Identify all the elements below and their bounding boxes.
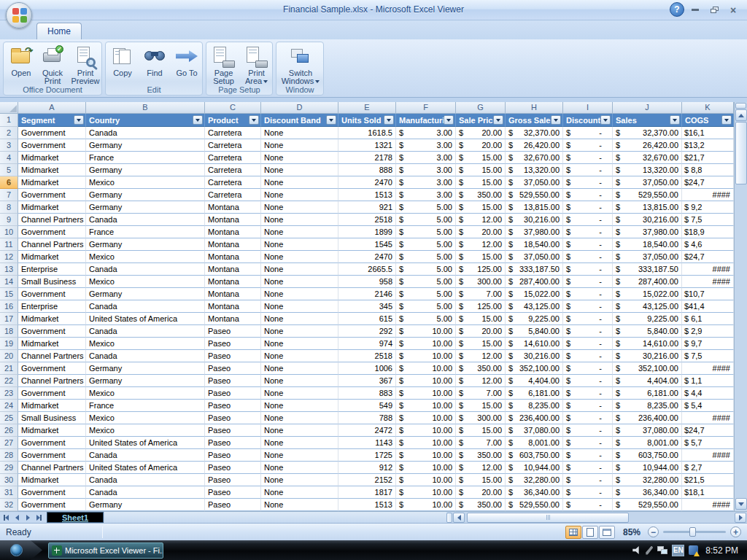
normal-view-button[interactable] (565, 526, 581, 539)
cell[interactable]: None (261, 362, 338, 375)
cell[interactable]: $10,7 (682, 288, 734, 300)
cell[interactable]: $333,187.50 (506, 263, 563, 276)
cell[interactable]: None (261, 251, 338, 263)
cell[interactable]: $14,610.00 (506, 338, 563, 350)
cell[interactable]: None (261, 424, 338, 437)
cell[interactable]: $15.00 (456, 251, 506, 263)
filter-dropdown-button[interactable] (193, 115, 203, 125)
cell[interactable]: Mexico (86, 338, 205, 350)
cell[interactable]: 788 (338, 412, 396, 424)
zoom-slider-thumb[interactable] (689, 527, 696, 537)
cell[interactable]: None (261, 325, 338, 338)
cell[interactable]: 912 (338, 462, 396, 474)
cell[interactable]: Germany (86, 362, 205, 375)
cell[interactable]: $5.00 (396, 226, 456, 238)
cell[interactable]: Germany (86, 499, 205, 511)
cell[interactable]: Channel Partners (18, 375, 86, 387)
stylus-icon[interactable] (646, 546, 653, 555)
cell[interactable]: $- (563, 313, 613, 325)
cell[interactable]: $26,420.00 (506, 139, 563, 152)
zoom-in-button[interactable]: + (730, 526, 741, 537)
cell[interactable]: $7.00 (456, 437, 506, 449)
cell[interactable]: Enterprise (18, 300, 86, 313)
row-header[interactable]: 28 (0, 449, 18, 462)
cell[interactable]: None (261, 387, 338, 400)
cell[interactable]: 1006 (338, 362, 396, 375)
cell[interactable]: None (261, 152, 338, 164)
cell[interactable]: Paseo (205, 400, 261, 412)
cell[interactable]: Canada (86, 263, 205, 276)
cell[interactable]: France (86, 226, 205, 238)
cell[interactable]: $37,980.00 (506, 226, 563, 238)
cell[interactable]: $125.00 (456, 263, 506, 276)
cell[interactable]: None (261, 400, 338, 412)
scroll-right-button[interactable] (735, 513, 746, 523)
cell[interactable]: $236,400.00 (506, 412, 563, 424)
cell[interactable]: $ 2,9 (682, 325, 734, 338)
table-header-cell[interactable]: Product (205, 114, 261, 127)
cell[interactable]: $350.00 (456, 499, 506, 511)
cell[interactable]: $15.00 (456, 201, 506, 214)
cell[interactable]: Mexico (86, 176, 205, 189)
minimize-button[interactable] (686, 4, 705, 16)
cell[interactable]: $- (563, 276, 613, 288)
split-handle[interactable] (446, 513, 452, 523)
cell[interactable]: $4,404.00 (613, 375, 682, 387)
cell[interactable]: $- (563, 201, 613, 214)
row-header[interactable]: 27 (0, 437, 18, 449)
cell[interactable]: $10,944.00 (613, 462, 682, 474)
column-header[interactable]: H (506, 102, 563, 114)
cell[interactable]: Government (18, 226, 86, 238)
cell[interactable]: $37,050.00 (506, 251, 563, 263)
cell[interactable]: Montana (205, 251, 261, 263)
cell[interactable]: 1513 (338, 189, 396, 201)
column-header[interactable]: C (205, 102, 261, 114)
cell[interactable]: Carretera (205, 152, 261, 164)
office-button[interactable] (6, 2, 32, 28)
quick-print-button[interactable]: ✓ Quick Print (36, 45, 69, 85)
cell[interactable]: Mexico (86, 251, 205, 263)
cell[interactable]: 1618.5 (338, 127, 396, 139)
cell[interactable]: $30,216.00 (506, 350, 563, 362)
cell[interactable]: Paseo (205, 437, 261, 449)
cell[interactable]: $529,550.00 (613, 189, 682, 201)
cell[interactable]: Germany (86, 164, 205, 176)
cell[interactable]: France (86, 152, 205, 164)
cell[interactable]: $15.00 (456, 164, 506, 176)
cell[interactable]: $5.00 (396, 263, 456, 276)
row-header[interactable]: 31 (0, 486, 18, 499)
cell[interactable]: Montana (205, 201, 261, 214)
horizontal-scroll-thumb[interactable] (467, 513, 629, 523)
cell[interactable]: $125.00 (456, 300, 506, 313)
cell[interactable]: $10.00 (396, 424, 456, 437)
cell[interactable]: None (261, 338, 338, 350)
cell[interactable]: 2152 (338, 474, 396, 486)
cell[interactable]: $5.00 (396, 238, 456, 251)
cell[interactable]: $10.00 (396, 449, 456, 462)
cell[interactable]: $3.00 (396, 189, 456, 201)
cell[interactable]: None (261, 214, 338, 226)
cell[interactable]: Canada (86, 214, 205, 226)
cell[interactable]: Paseo (205, 424, 261, 437)
cell[interactable]: $24,7 (682, 251, 734, 263)
cell[interactable]: Montana (205, 226, 261, 238)
cell[interactable]: $- (563, 226, 613, 238)
cell[interactable]: $10.00 (396, 486, 456, 499)
cell[interactable]: $603,750.00 (613, 449, 682, 462)
row-header[interactable]: 16 (0, 300, 18, 313)
cell[interactable]: None (261, 276, 338, 288)
network-icon[interactable] (657, 546, 667, 555)
filter-dropdown-button[interactable] (721, 115, 732, 125)
cell[interactable]: $8,235.00 (613, 400, 682, 412)
cell[interactable]: $- (563, 152, 613, 164)
cell[interactable]: Canada (86, 474, 205, 486)
cell[interactable]: $10.00 (396, 400, 456, 412)
cell[interactable]: $3.00 (396, 152, 456, 164)
cell[interactable]: None (261, 474, 338, 486)
cell[interactable]: $5.00 (396, 251, 456, 263)
cell[interactable]: 1899 (338, 226, 396, 238)
cell[interactable]: Mexico (86, 424, 205, 437)
tab-home[interactable]: Home (36, 23, 82, 39)
cell[interactable]: Government (18, 139, 86, 152)
cell[interactable]: $15,022.00 (613, 288, 682, 300)
